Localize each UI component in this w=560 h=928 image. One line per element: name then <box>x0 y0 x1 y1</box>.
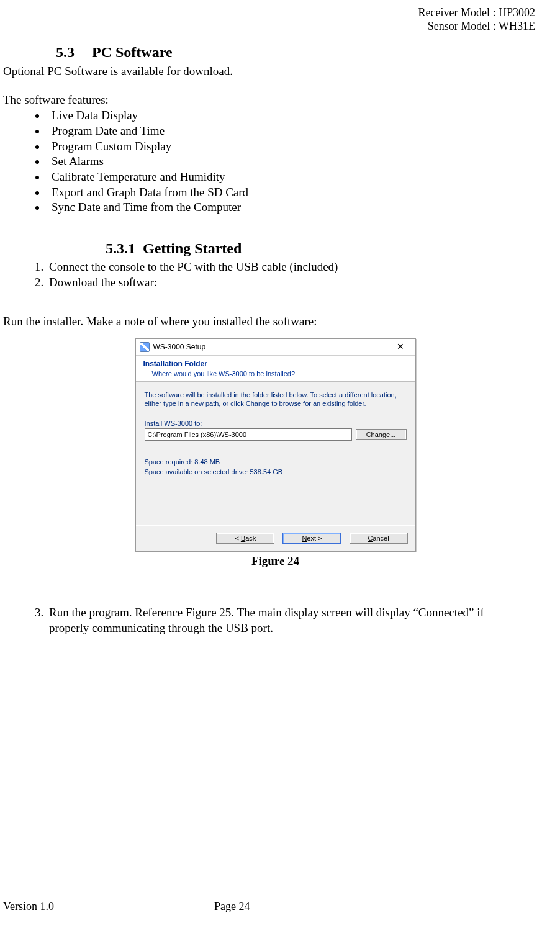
space-available: Space available on selected drive: 538.5… <box>145 468 407 475</box>
install-path-input[interactable]: C:\Program Files (x86)\WS-3000 <box>145 428 352 441</box>
feature-item: Live Data Display <box>47 108 548 124</box>
step-item: Download the softwar: <box>47 275 548 291</box>
dialog-description: The software will be installed in the fo… <box>145 391 407 408</box>
feature-item: Sync Date and Time from the Computer <box>47 200 548 215</box>
sensor-model: Sensor Model : WH31E <box>3 20 535 34</box>
subsection-title: Getting Started <box>143 240 242 256</box>
features-label: The software features: <box>3 93 548 107</box>
section-title: PC Software <box>92 44 173 60</box>
feature-item: Calibrate Temperature and Humidity <box>47 169 548 185</box>
next-button[interactable]: Next > <box>282 533 341 544</box>
dialog-title: WS-3000 Setup <box>153 343 389 351</box>
feature-item: Set Alarms <box>47 154 548 169</box>
dialog-button-row: < Back Next > Cancel <box>136 526 415 551</box>
space-info: Space required: 8.48 MB Space available … <box>145 458 407 475</box>
feature-item: Export and Graph Data from the SD Card <box>47 185 548 200</box>
back-button[interactable]: < Back <box>216 533 274 544</box>
subsection-number: 5.3.1 <box>106 240 135 256</box>
dialog-heading: Installation Folder <box>143 359 408 368</box>
run-installer-text: Run the installer. Make a note of where … <box>3 315 548 328</box>
section-heading: 5.3PC Software <box>56 44 548 61</box>
feature-item: Program Date and Time <box>47 124 548 139</box>
header-model-info: Receiver Model : HP3002 Sensor Model : W… <box>3 6 548 33</box>
page-footer: Version 1.0 Page 24 <box>3 900 548 913</box>
section-number: 5.3 <box>56 44 75 60</box>
cancel-button[interactable]: Cancel <box>350 533 408 544</box>
close-icon[interactable]: ✕ <box>389 341 412 353</box>
dialog-titlebar: WS-3000 Setup ✕ <box>136 339 415 356</box>
dialog-subheader: Installation Folder Where would you like… <box>136 356 415 381</box>
step-item: Run the program. Reference Figure 25. Th… <box>47 605 523 636</box>
dialog-subheading: Where would you like WS-3000 to be insta… <box>143 368 408 381</box>
receiver-model: Receiver Model : HP3002 <box>3 6 535 20</box>
space-required: Space required: 8.48 MB <box>145 458 407 466</box>
app-icon <box>140 342 150 352</box>
steps-list-b: Run the program. Reference Figure 25. Th… <box>3 605 523 636</box>
install-to-label: Install WS-3000 to: <box>145 420 407 427</box>
intro-text: Optional PC Software is available for do… <box>3 65 548 78</box>
subsection-heading: 5.3.1Getting Started <box>106 240 548 257</box>
dialog-body: The software will be installed in the fo… <box>136 382 415 525</box>
installer-dialog: WS-3000 Setup ✕ Installation Folder Wher… <box>135 338 416 552</box>
version-label: Version 1.0 <box>3 900 214 913</box>
step-item: Connect the console to the PC with the U… <box>47 259 548 275</box>
figure-caption: Figure 24 <box>3 554 548 568</box>
page-number: Page 24 <box>214 900 250 913</box>
features-list: Live Data Display Program Date and Time … <box>3 108 548 215</box>
steps-list-a: Connect the console to the PC with the U… <box>3 259 548 290</box>
feature-item: Program Custom Display <box>47 139 548 155</box>
change-button[interactable]: Change... <box>356 429 407 440</box>
